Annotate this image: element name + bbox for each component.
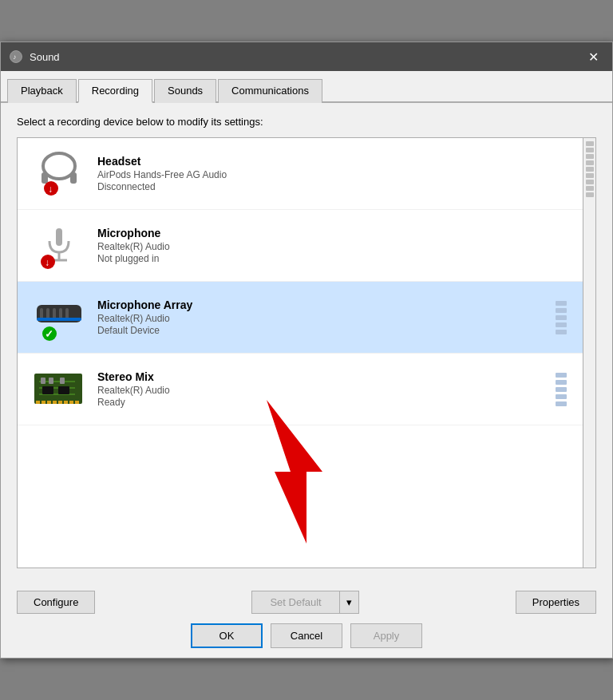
microphone-array-icon-container: ✓: [27, 294, 91, 342]
headset-icon: ↓: [34, 152, 85, 196]
scrollbar-segment: [586, 167, 594, 172]
svg-rect-37: [75, 401, 79, 404]
svg-rect-26: [49, 378, 53, 384]
scrollbar-segment: [586, 141, 594, 146]
scrollbar-segment: [586, 154, 594, 159]
svg-rect-35: [64, 401, 68, 404]
device-driver-microphone: Realtek(R) Audio: [97, 241, 586, 252]
device-name-headset: Headset: [97, 155, 586, 168]
tab-sounds[interactable]: Sounds: [154, 79, 216, 103]
window-title: Sound: [30, 51, 60, 63]
svg-rect-30: [36, 401, 40, 404]
svg-rect-33: [53, 401, 57, 404]
sound-dialog: ♪ Sound ✕ Playback Recording Sounds Comm…: [0, 42, 613, 658]
device-name-microphone-array: Microphone Array: [97, 299, 556, 311]
svg-rect-32: [47, 401, 51, 404]
scrollbar-segment: [586, 180, 594, 184]
stereo-mix-icon-container: [27, 366, 91, 413]
device-list: ↓ Headset AirPods Hands-Free AG Audio Di…: [17, 137, 596, 568]
tab-content: Select a recording device below to modif…: [1, 103, 612, 581]
action-row-top: Configure Set Default ▾ Properties: [17, 591, 596, 614]
headset-icon-container: ↓: [27, 152, 91, 196]
device-item-microphone[interactable]: ↓ Microphone Realtek(R) Audio Not plugge…: [18, 210, 595, 282]
svg-rect-14: [46, 308, 49, 319]
apply-button[interactable]: Apply: [350, 623, 422, 648]
device-status-headset: Disconnected: [97, 181, 586, 192]
device-name-stereo-mix: Stereo Mix: [97, 370, 556, 383]
device-status-microphone: Not plugged in: [97, 253, 586, 264]
svg-rect-34: [58, 401, 62, 404]
svg-rect-27: [60, 378, 65, 384]
svg-rect-31: [42, 401, 45, 404]
svg-text:↓: ↓: [45, 257, 49, 268]
tab-bar: Playback Recording Sounds Communications: [1, 71, 612, 103]
microphone-array-icon: ✓: [34, 294, 85, 342]
device-item-microphone-array[interactable]: ✓ Microphone Array Realtek(R) Audio Defa…: [18, 282, 595, 354]
description-text: Select a recording device below to modif…: [17, 116, 596, 128]
scrollbar-segment: [586, 192, 594, 197]
svg-rect-4: [70, 172, 77, 184]
level-bars-stereo: [556, 373, 567, 406]
set-default-button[interactable]: Set Default: [251, 591, 339, 614]
svg-rect-3: [42, 172, 48, 184]
device-info-headset: Headset AirPods Hands-Free AG Audio Disc…: [91, 155, 586, 192]
scrollbar-segment: [586, 186, 594, 191]
tab-recording[interactable]: Recording: [78, 79, 152, 103]
tab-playback[interactable]: Playback: [7, 79, 77, 103]
svg-rect-7: [56, 228, 62, 246]
svg-rect-15: [53, 308, 56, 319]
device-driver-microphone-array: Realtek(R) Audio: [97, 313, 556, 324]
sound-icon: ♪: [9, 49, 23, 64]
configure-button[interactable]: Configure: [17, 591, 95, 614]
properties-button[interactable]: Properties: [516, 591, 596, 614]
tab-communications[interactable]: Communications: [218, 79, 322, 103]
device-status-stereo-mix: Ready: [97, 397, 556, 408]
svg-rect-18: [37, 318, 81, 321]
set-default-group: Set Default ▾: [251, 591, 359, 614]
scrollbar-segment: [586, 148, 594, 152]
device-info-microphone: Microphone Realtek(R) Audio Not plugged …: [91, 227, 586, 264]
device-name-microphone: Microphone: [97, 227, 586, 239]
level-bars-array: [556, 301, 567, 334]
title-bar-left: ♪ Sound: [9, 49, 60, 64]
cancel-button[interactable]: Cancel: [271, 623, 342, 648]
title-bar: ♪ Sound ✕: [1, 42, 612, 71]
svg-rect-36: [69, 401, 73, 404]
device-status-microphone-array: Default Device: [97, 325, 556, 336]
device-driver-headset: AirPods Hands-Free AG Audio: [97, 169, 586, 180]
microphone-icon: ↓: [34, 222, 85, 270]
stereo-mix-icon: [31, 366, 87, 413]
svg-rect-29: [58, 386, 69, 394]
bottom-actions: Configure Set Default ▾ Properties OK Ca…: [1, 581, 612, 658]
svg-text:↓: ↓: [48, 184, 53, 195]
microphone-icon-container: ↓: [27, 222, 91, 270]
svg-text:♪: ♪: [13, 53, 16, 61]
svg-rect-16: [59, 308, 62, 319]
close-button[interactable]: ✕: [582, 48, 604, 65]
device-info-microphone-array: Microphone Array Realtek(R) Audio Defaul…: [91, 299, 556, 336]
device-info-stereo-mix: Stereo Mix Realtek(R) Audio Ready: [91, 370, 556, 408]
device-item-stereo-mix[interactable]: Stereo Mix Realtek(R) Audio Ready: [18, 354, 595, 425]
scrollbar-segment: [586, 160, 594, 165]
svg-rect-25: [41, 378, 45, 384]
set-default-dropdown-button[interactable]: ▾: [339, 591, 359, 614]
scrollbar-segment: [586, 173, 594, 178]
svg-rect-17: [65, 308, 69, 319]
device-driver-stereo-mix: Realtek(R) Audio: [97, 385, 556, 396]
svg-rect-28: [42, 386, 53, 394]
scrollbar[interactable]: [583, 138, 595, 568]
svg-rect-13: [40, 308, 43, 319]
scrollbar-track: [583, 138, 595, 568]
ok-button[interactable]: OK: [191, 623, 263, 648]
device-item-headset[interactable]: ↓ Headset AirPods Hands-Free AG Audio Di…: [18, 138, 595, 210]
ok-cancel-row: OK Cancel Apply: [17, 623, 596, 648]
svg-text:✓: ✓: [45, 328, 53, 340]
